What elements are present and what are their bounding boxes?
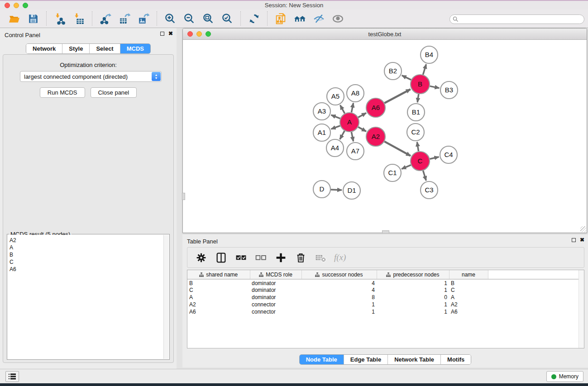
save-session-icon[interactable] <box>25 12 41 25</box>
search-box[interactable] <box>449 14 584 24</box>
duplicate-network-icon[interactable] <box>273 12 288 25</box>
mcds-result-item[interactable]: C <box>8 258 163 266</box>
edge-B-B3[interactable] <box>430 86 440 88</box>
tab-network-table[interactable]: Network Table <box>388 355 441 364</box>
tab-mcds[interactable]: MCDS <box>120 44 150 53</box>
column-header-name[interactable]: name <box>449 270 488 279</box>
edge-A-A6[interactable] <box>358 113 366 118</box>
delete-row-icon[interactable] <box>293 251 308 264</box>
edge-A-A8[interactable] <box>351 103 353 113</box>
edge-C-C3[interactable] <box>423 171 426 181</box>
edge-C-C4[interactable] <box>430 157 439 159</box>
add-row-icon[interactable] <box>273 251 288 264</box>
show-details-eye-icon[interactable] <box>330 12 345 25</box>
edge-A-A1[interactable] <box>331 126 340 129</box>
function-builder-icon: f(x) <box>334 253 346 262</box>
node-label-B4: B4 <box>425 51 433 58</box>
toolbar-separator <box>157 11 157 26</box>
resize-grip[interactable] <box>580 226 586 232</box>
zoom-selected-icon[interactable] <box>220 12 235 25</box>
memory-button[interactable]: Memory <box>546 371 583 382</box>
node-label-C2: C2 <box>411 128 420 136</box>
close-panel-button[interactable]: Close panel <box>91 87 137 98</box>
column-header-predecessor-nodes[interactable]: predecessor nodes <box>377 270 449 279</box>
edge-A-A7[interactable] <box>351 132 353 142</box>
toolbar-separator <box>240 11 241 26</box>
mcds-result-item[interactable]: B <box>8 251 163 258</box>
export-network-icon[interactable] <box>98 12 113 25</box>
mcds-result-item[interactable]: A2 <box>8 237 163 244</box>
table-row[interactable]: Bdominator41B <box>187 279 584 286</box>
column-header-MCDS-role[interactable]: MCDS role <box>250 270 301 279</box>
network-canvas[interactable]: AA1A2A3A4A5A6A7A8BB1B2B3B4CC1C2C3C4DD1 <box>183 40 587 233</box>
edge-D-D1[interactable] <box>331 190 342 190</box>
node-label-A1: A1 <box>318 129 326 136</box>
table-scrollbar[interactable] <box>578 270 584 348</box>
edge-A-A4[interactable] <box>340 131 344 139</box>
node-label-A4: A4 <box>331 144 339 152</box>
hide-details-eye-icon[interactable] <box>311 12 326 25</box>
open-session-icon[interactable] <box>6 12 22 25</box>
deselect-all-icon[interactable] <box>253 251 268 264</box>
mcds-result-scrollbar[interactable] <box>163 235 169 359</box>
node-label-A2: A2 <box>372 133 380 140</box>
float-panel-icon[interactable] <box>160 32 164 36</box>
tab-style[interactable]: Style <box>62 44 90 53</box>
refresh-icon[interactable] <box>246 12 262 25</box>
edge-B-B1[interactable] <box>417 94 419 102</box>
tab-motifs[interactable]: Motifs <box>441 355 471 364</box>
tab-network[interactable]: Network <box>26 44 62 53</box>
mcds-result-item[interactable]: A6 <box>8 266 163 273</box>
node-label-A8: A8 <box>351 89 359 97</box>
import-network-icon[interactable] <box>52 12 67 25</box>
network-window-titlebar[interactable]: testGlobe.txt <box>183 29 587 40</box>
table-row[interactable]: A2connector11A2 <box>187 301 584 308</box>
column-selector-icon[interactable] <box>213 251 229 264</box>
node-label-A: A <box>347 118 352 126</box>
select-all-icon[interactable] <box>233 251 249 264</box>
home-networks-icon[interactable] <box>292 12 307 25</box>
bottom-scroll-notch[interactable] <box>382 230 389 234</box>
edge-A-A2[interactable] <box>358 127 366 132</box>
zoom-out-icon[interactable] <box>182 12 197 25</box>
table-row[interactable]: Adominator80A <box>187 294 584 301</box>
close-panel-icon[interactable]: ✖ <box>168 32 173 36</box>
edge-C-C1[interactable] <box>402 165 411 169</box>
left-scroll-notch[interactable] <box>182 193 185 200</box>
settings-gear-icon[interactable] <box>193 251 209 264</box>
tab-select[interactable]: Select <box>90 44 120 53</box>
export-table-icon[interactable] <box>117 12 132 25</box>
table-row[interactable]: A6connector11A6 <box>187 308 584 315</box>
optimization-criterion-dropdown[interactable]: largest connected component (directed) ▲… <box>20 71 162 82</box>
task-history-button[interactable] <box>5 371 19 382</box>
control-panel-title: Control Panel <box>5 32 40 38</box>
float-table-panel-icon[interactable] <box>572 238 576 242</box>
edge-B-B4[interactable] <box>423 64 426 75</box>
import-table-icon[interactable] <box>71 12 86 25</box>
edge-A-A3[interactable] <box>331 115 340 119</box>
main-toolbar-bar <box>0 10 588 28</box>
table-toolbar: f(x) <box>187 247 584 268</box>
mcds-result-item[interactable]: A <box>8 244 163 251</box>
app-titlebar: Session: New Session <box>0 0 588 10</box>
search-input[interactable] <box>460 16 584 23</box>
column-header-shared-name[interactable]: shared name <box>187 270 250 279</box>
edge-A-A5[interactable] <box>340 105 345 113</box>
mcds-result-box: MCDS result (5 nodes) A2ABCA6 <box>7 234 170 360</box>
edge-A6-B[interactable] <box>384 89 410 103</box>
tab-edge-table[interactable]: Edge Table <box>344 355 388 364</box>
column-header-successor-nodes[interactable]: successor nodes <box>301 270 377 279</box>
edge-B-B2[interactable] <box>402 76 411 80</box>
edge-A2-C[interactable] <box>384 142 411 156</box>
tab-node-table[interactable]: Node Table <box>300 355 344 364</box>
table-row[interactable]: Cdominator41C <box>187 286 584 294</box>
status-bar: Memory <box>0 369 588 383</box>
zoom-fit-icon[interactable] <box>201 12 216 25</box>
zoom-in-icon[interactable] <box>163 12 178 25</box>
close-table-panel-icon[interactable]: ✖ <box>580 238 584 242</box>
node-table-header[interactable]: shared nameMCDS rolesuccessor nodesprede… <box>187 270 584 279</box>
export-image-icon[interactable] <box>136 12 151 25</box>
node-table-body[interactable]: Bdominator41BCdominator41CAdominator80AA… <box>187 279 584 315</box>
run-mcds-button[interactable]: Run MCDS <box>40 87 85 98</box>
edge-C-C2[interactable] <box>417 142 418 152</box>
